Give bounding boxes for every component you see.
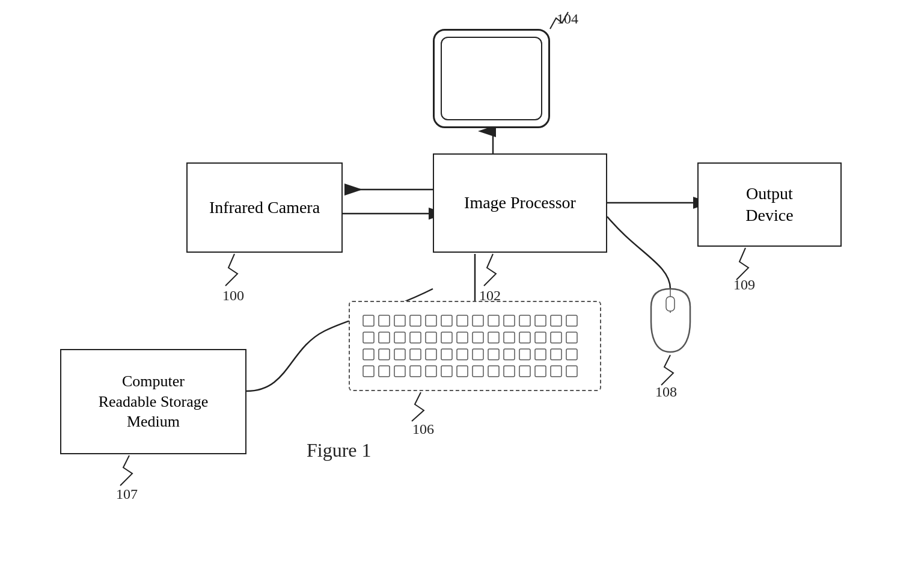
svg-rect-59 [504,366,515,377]
svg-rect-19 [535,315,546,326]
monitor-box [433,29,550,128]
svg-rect-57 [473,366,483,377]
svg-rect-29 [473,332,483,343]
output-device-box: OutputDevice [697,162,842,247]
svg-rect-15 [473,315,483,326]
svg-rect-21 [566,315,577,326]
output-device-label: OutputDevice [745,183,793,227]
svg-rect-54 [426,366,436,377]
svg-rect-12 [426,315,436,326]
svg-rect-40 [426,349,436,360]
label-102: 102 [479,288,501,304]
svg-rect-10 [394,315,405,326]
svg-rect-51 [379,366,390,377]
svg-rect-32 [519,332,530,343]
svg-rect-46 [519,349,530,360]
svg-rect-50 [363,366,374,377]
image-processor-box: Image Processor [433,153,607,253]
label-104: 104 [557,11,578,27]
svg-rect-38 [394,349,405,360]
svg-rect-45 [504,349,515,360]
svg-rect-53 [410,366,421,377]
svg-rect-33 [535,332,546,343]
svg-rect-41 [441,349,452,360]
infrared-camera-box: Infrared Camera [186,162,343,253]
label-100: 100 [222,288,244,304]
svg-rect-56 [457,366,468,377]
svg-rect-13 [441,315,452,326]
svg-rect-28 [457,332,468,343]
svg-rect-60 [519,366,530,377]
svg-rect-35 [566,332,577,343]
svg-rect-62 [551,366,561,377]
svg-rect-65 [666,297,675,311]
svg-rect-11 [410,315,421,326]
storage-medium-box: ComputerReadable StorageMedium [60,349,246,454]
svg-rect-20 [551,315,561,326]
svg-rect-55 [441,366,452,377]
image-processor-label: Image Processor [464,192,576,214]
svg-rect-30 [488,332,499,343]
svg-rect-37 [379,349,390,360]
svg-rect-58 [488,366,499,377]
svg-rect-43 [473,349,483,360]
figure-caption: Figure 1 [307,439,372,461]
svg-rect-26 [426,332,436,343]
svg-rect-44 [488,349,499,360]
svg-rect-61 [535,366,546,377]
svg-rect-34 [551,332,561,343]
svg-rect-18 [519,315,530,326]
svg-rect-27 [441,332,452,343]
diagram-container: Infrared Camera Image Processor OutputDe… [0,0,924,571]
svg-rect-17 [504,315,515,326]
svg-rect-14 [457,315,468,326]
svg-rect-48 [551,349,561,360]
svg-rect-36 [363,349,374,360]
svg-rect-31 [504,332,515,343]
svg-rect-23 [379,332,390,343]
svg-rect-47 [535,349,546,360]
svg-rect-42 [457,349,468,360]
keyboard-box [349,301,601,391]
mouse-svg [648,286,693,355]
label-108: 108 [655,384,677,400]
mouse-shape [648,286,693,357]
storage-medium-label: ComputerReadable StorageMedium [99,371,209,432]
label-109: 109 [733,277,755,293]
svg-rect-63 [566,366,577,377]
svg-rect-9 [379,315,390,326]
keyboard-keys-svg [357,309,595,385]
infrared-camera-label: Infrared Camera [209,197,320,218]
svg-rect-22 [363,332,374,343]
svg-rect-25 [410,332,421,343]
svg-rect-8 [363,315,374,326]
svg-rect-39 [410,349,421,360]
svg-rect-49 [566,349,577,360]
svg-rect-52 [394,366,405,377]
label-106: 106 [412,421,434,437]
label-107: 107 [116,486,138,502]
svg-rect-24 [394,332,405,343]
svg-rect-16 [488,315,499,326]
